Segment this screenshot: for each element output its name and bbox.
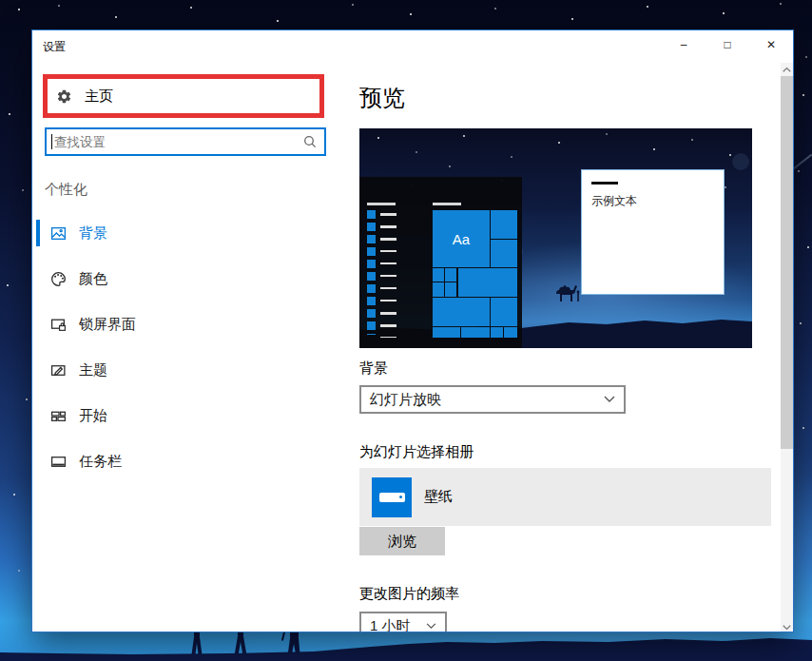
selected-indicator	[36, 220, 40, 246]
start-tile	[491, 298, 517, 326]
start-tile	[504, 327, 517, 338]
frequency-value: 1 小时	[370, 617, 426, 633]
album-item-label: 壁纸	[424, 488, 453, 506]
scrollbar-thumb[interactable]	[781, 76, 793, 449]
page-title-preview: 预览	[359, 83, 405, 113]
chevron-down-icon	[426, 623, 436, 630]
sidebar-item-home-label: 主页	[85, 87, 113, 106]
start-tile-aa: Aa	[433, 210, 490, 267]
mock-tiles-header	[433, 203, 461, 205]
maximize-icon: □	[724, 38, 730, 51]
settings-window: 设置 – □ ✕ 主页 个性化 背景	[31, 29, 794, 632]
window-controls: – □ ✕	[662, 30, 793, 59]
sidebar-item-themes-label: 主题	[79, 361, 107, 379]
wallpaper-album-icon-dot	[399, 496, 402, 498]
sample-window-mock: 示例文本	[581, 169, 725, 295]
taskbar-icon	[50, 454, 67, 470]
start-tile	[445, 282, 456, 297]
sidebar-item-taskbar-label: 任务栏	[79, 453, 122, 471]
scrollbar-up-button[interactable]	[781, 63, 793, 75]
start-tile	[491, 327, 503, 338]
gear-icon	[56, 88, 72, 105]
sidebar-item-home[interactable]: 主页	[48, 79, 319, 113]
scrollbar-down-button[interactable]	[781, 621, 793, 632]
album-item-row[interactable]: 壁纸	[359, 468, 771, 526]
minimize-icon: –	[681, 38, 687, 51]
start-tile	[433, 268, 444, 282]
minimize-button[interactable]: –	[662, 30, 706, 59]
image-icon	[50, 225, 67, 242]
search-icon	[303, 135, 317, 148]
sidebar-item-start-label: 开始	[79, 407, 107, 425]
start-tile	[491, 210, 517, 239]
background-type-dropdown[interactable]: 幻灯片放映	[359, 385, 626, 414]
start-tile	[461, 327, 490, 338]
sidebar-item-colors-label: 颜色	[79, 270, 107, 288]
wallpaper-album-icon	[372, 477, 412, 517]
sample-window-title-bar	[591, 182, 618, 185]
background-type-value: 幻灯片放映	[370, 391, 604, 409]
mock-app-list-labels	[380, 213, 396, 338]
frequency-field-label: 更改图片的频率	[359, 585, 459, 603]
sidebar-item-background[interactable]: 背景	[32, 214, 327, 252]
start-tile	[433, 327, 460, 338]
camel-icon	[553, 278, 580, 302]
highlight-box: 主页	[43, 74, 324, 118]
mountain-silhouette	[0, 632, 812, 661]
album-section-label: 为幻灯片选择相册	[359, 443, 474, 461]
start-tile	[433, 282, 444, 297]
bokeh-circle	[732, 153, 749, 170]
window-title: 设置	[43, 39, 66, 55]
search-input[interactable]	[52, 135, 303, 149]
sidebar-item-lockscreen[interactable]: 锁屏界面	[32, 305, 327, 343]
background-preview-image: Aa 示例文本	[359, 128, 752, 348]
chevron-down-icon	[783, 625, 791, 631]
close-button[interactable]: ✕	[749, 30, 793, 59]
lock-screen-icon	[50, 317, 67, 333]
sidebar-item-start[interactable]: 开始	[32, 397, 327, 435]
start-tile-aa-label: Aa	[453, 231, 470, 247]
start-tile	[458, 268, 517, 297]
sidebar-item-colors[interactable]: 颜色	[32, 260, 327, 298]
sidebar-item-lockscreen-label: 锁屏界面	[79, 316, 136, 334]
background-field-label: 背景	[359, 360, 388, 378]
start-tile	[433, 298, 490, 326]
sidebar-item-background-label: 背景	[79, 224, 107, 243]
scrollbar[interactable]	[781, 63, 793, 632]
themes-icon	[50, 362, 67, 379]
search-box	[45, 127, 326, 156]
sidebar-item-taskbar[interactable]: 任务栏	[32, 442, 327, 480]
browse-button-label: 浏览	[388, 533, 416, 551]
start-tile	[445, 268, 456, 282]
mock-app-list-icons	[367, 210, 376, 335]
browse-button[interactable]: 浏览	[359, 527, 445, 555]
close-icon: ✕	[766, 38, 776, 51]
start-tiles-icon	[50, 408, 67, 424]
palette-icon	[50, 271, 67, 287]
sample-window-text: 示例文本	[591, 193, 637, 209]
maximize-button[interactable]: □	[706, 30, 749, 59]
start-tile	[491, 240, 517, 267]
chevron-down-icon	[604, 396, 615, 403]
mock-menu-header	[367, 203, 396, 205]
section-header-personalization: 个性化	[45, 181, 87, 199]
frequency-dropdown[interactable]: 1 小时	[359, 612, 447, 632]
sidebar-item-themes[interactable]: 主题	[32, 351, 327, 389]
start-menu-mock: Aa	[359, 177, 522, 348]
chevron-up-icon	[783, 67, 791, 72]
